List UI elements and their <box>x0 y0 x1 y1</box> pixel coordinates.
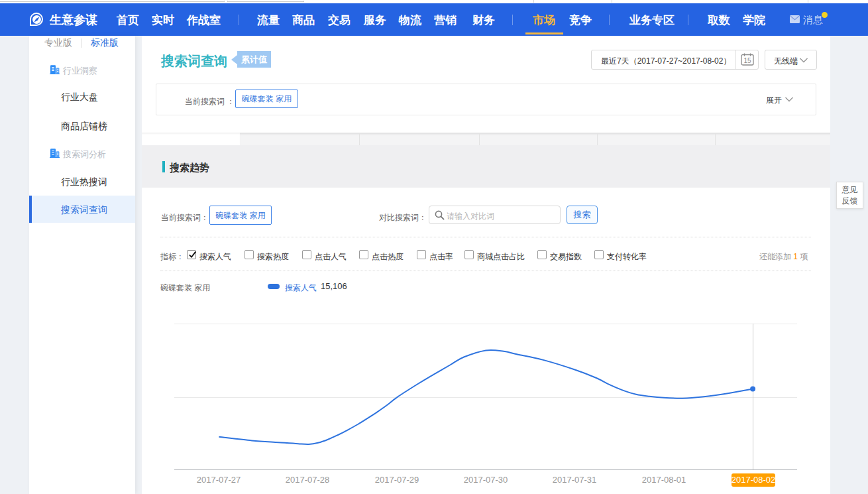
svg-text:2017-08-02: 2017-08-02 <box>732 475 776 485</box>
svg-text:2017-07-27: 2017-07-27 <box>197 475 241 485</box>
svg-text:2017-07-29: 2017-07-29 <box>375 475 419 485</box>
svg-text:2017-08-01: 2017-08-01 <box>642 475 686 485</box>
svg-text:2017-07-28: 2017-07-28 <box>286 475 330 485</box>
svg-text:15: 15 <box>743 57 751 64</box>
svg-text:2017-07-31: 2017-07-31 <box>553 475 597 485</box>
svg-text:2017-07-30: 2017-07-30 <box>464 475 508 485</box>
